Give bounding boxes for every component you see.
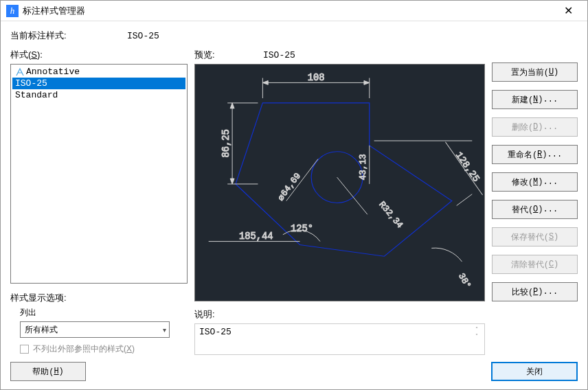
dim-bottom: 185,44 [239,231,273,242]
right-button-column: 置为当前(U) 新建(N)... 删除(D)... 重命名(R)... 修改(M… [492,49,578,355]
override-button[interactable]: 替代(O)... [492,200,578,219]
list-item[interactable]: Standard [12,89,185,101]
preview-style-name: ISO-25 [263,50,295,60]
checkbox-label: 不列出外部参照中的样式(X) [33,343,135,355]
chevron-down-icon: ▾ [163,326,166,334]
preview-label: 预览: [194,49,263,61]
display-options: 样式显示选项: 列出 所有样式 ▾ 不列出外部参照中的样式(X) [10,292,188,355]
description-box: ISO-25 ˄ ˅ [194,323,485,355]
current-style-label: 当前标注样式: [10,30,127,42]
svg-marker-10 [230,179,234,184]
description-block: 说明: ISO-25 ˄ ˅ [194,308,485,355]
svg-marker-4 [262,80,268,84]
list-item[interactable]: Annotative [12,66,185,78]
dim-vert-small: 43,13 [358,154,368,180]
annotative-icon [15,67,25,77]
dim-diameter: ⌀64,69 [275,171,303,203]
new-button[interactable]: 新建(N)... [492,90,578,109]
description-value: ISO-25 [199,327,231,337]
svg-marker-9 [230,103,234,108]
dim-left: 86,25 [221,129,231,157]
checkbox-icon [20,345,29,354]
list-label: 列出 [20,307,188,319]
dim-radius: R32,34 [376,199,405,230]
filter-combo[interactable]: 所有样式 ▾ [20,321,170,338]
modify-button[interactable]: 修改(M)... [492,172,578,192]
xref-checkbox-row[interactable]: 不列出外部参照中的样式(X) [20,343,188,355]
close-icon[interactable]: ✕ [554,1,582,21]
app-icon: h [6,5,19,17]
dim-diag: 128,25 [453,150,482,184]
footer: 帮助(H) 关闭 [1,362,587,389]
clear-override-button: 清除替代(C) [492,255,578,274]
spin-up-icon[interactable]: ˄ [472,327,482,332]
current-style-value: ISO-25 [127,31,159,41]
svg-line-15 [337,177,368,214]
set-current-button[interactable]: 置为当前(U) [492,62,578,82]
preview-canvas: 108 86,25 128,25 43,13 R32,34 [194,64,485,301]
close-button[interactable]: 关闭 [491,362,578,381]
dimension-style-manager-dialog: h 标注样式管理器 ✕ 当前标注样式: ISO-25 样式(S): Annota… [0,0,588,390]
list-item[interactable]: ISO-25 [12,78,185,89]
style-name: Standard [15,90,58,100]
combo-value: 所有样式 [25,324,163,336]
left-column: 样式(S): Annotative ISO-25 Standard 样式显示选项… [10,49,188,355]
rename-button[interactable]: 重命名(R)... [492,145,578,164]
help-button[interactable]: 帮助(H) [10,362,86,381]
middle-column: 预览: ISO-25 108 [194,49,485,355]
spin-down-icon[interactable]: ˅ [472,334,482,339]
style-name: ISO-25 [15,78,47,89]
description-spinner[interactable]: ˄ ˅ [472,327,482,339]
dialog-title: 标注样式管理器 [23,5,554,17]
main-area: 样式(S): Annotative ISO-25 Standard 样式显示选项… [10,49,578,355]
titlebar: h 标注样式管理器 ✕ [1,1,587,21]
save-override-button: 保存替代(S) [492,227,578,246]
svg-point-0 [311,152,363,203]
style-name: Annotative [26,67,80,77]
styles-listbox[interactable]: Annotative ISO-25 Standard [10,64,188,284]
styles-header: 样式(S): [10,49,188,61]
dim-top: 108 [308,73,325,83]
display-options-header: 样式显示选项: [10,292,188,304]
delete-button: 删除(D)... [492,117,578,137]
content-area: 当前标注样式: ISO-25 样式(S): Annotative ISO-25 … [1,21,587,362]
compare-button[interactable]: 比较(P)... [492,282,578,301]
svg-marker-5 [364,80,370,84]
svg-line-12 [457,194,473,206]
current-style-row: 当前标注样式: ISO-25 [10,30,578,42]
dim-rot-angle: 38° [456,271,473,290]
preview-header: 预览: ISO-25 [194,49,485,61]
description-label: 说明: [194,308,485,321]
dim-angle: 125° [291,224,313,234]
